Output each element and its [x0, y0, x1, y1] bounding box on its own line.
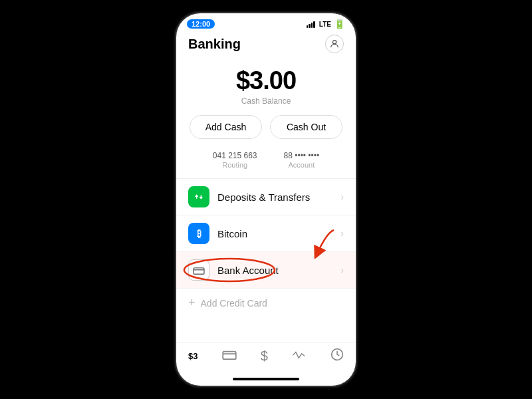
card-nav-icon — [222, 348, 237, 364]
bitcoin-icon: ₿ — [188, 223, 209, 244]
bank-account-icon — [188, 259, 209, 281]
cash-out-button[interactable]: Cash Out — [270, 115, 342, 139]
home-nav-icon: $3 — [188, 351, 198, 361]
balance-label: Cash Balance — [176, 96, 356, 106]
dollar-nav-icon: $ — [261, 348, 268, 364]
add-credit-icon: + — [188, 296, 196, 310]
nav-item-dollar[interactable]: $ — [261, 348, 268, 364]
signal-icon — [307, 21, 315, 28]
phone-frame: 12:00 LTE 🔋 Banking $3.00 Cash Balance — [176, 13, 356, 386]
routing-number: 041 215 663 — [213, 151, 257, 160]
nav-item-clock[interactable] — [331, 348, 344, 364]
activity-nav-icon — [292, 348, 307, 364]
action-buttons: Add Cash Cash Out — [176, 115, 356, 148]
bank-account-chevron-icon: › — [340, 265, 344, 275]
add-credit-card-item[interactable]: + Add Credit Card — [176, 289, 356, 317]
profile-button[interactable] — [325, 35, 344, 53]
lte-label: LTE — [319, 21, 331, 28]
svg-rect-3 — [223, 352, 236, 360]
nav-item-card[interactable] — [222, 348, 237, 364]
status-time: 12:00 — [187, 19, 215, 29]
routing-field: 041 215 663 Routing — [213, 151, 257, 169]
header: Banking — [176, 32, 356, 59]
menu-item-bank-account[interactable]: Bank Account › — [176, 252, 356, 289]
bitcoin-label: Bitcoin — [217, 228, 340, 239]
bottom-nav: $3 $ — [176, 342, 356, 372]
svg-point-0 — [332, 41, 336, 44]
routing-label: Routing — [213, 161, 257, 169]
nav-item-activity[interactable] — [292, 348, 307, 364]
deposits-transfers-label: Deposits & Transfers — [217, 192, 340, 203]
svg-rect-2 — [194, 267, 204, 273]
account-number: 88 •••• •••• — [284, 151, 320, 160]
clock-nav-icon — [331, 348, 344, 364]
balance-amount: $3.00 — [176, 66, 356, 95]
bitcoin-chevron-icon: › — [340, 228, 344, 239]
status-bar: 12:00 LTE 🔋 — [176, 13, 356, 32]
home-indicator — [176, 372, 356, 386]
page-title: Banking — [188, 37, 241, 52]
add-cash-button[interactable]: Add Cash — [190, 115, 262, 139]
account-field: 88 •••• •••• Account — [284, 151, 320, 169]
balance-section: $3.00 Cash Balance — [176, 59, 356, 115]
deposits-icon — [188, 186, 209, 207]
account-label: Account — [284, 161, 320, 169]
account-info: 041 215 663 Routing 88 •••• •••• Account — [176, 148, 356, 178]
nav-item-home[interactable]: $3 — [188, 351, 198, 361]
add-credit-label: Add Credit Card — [201, 298, 267, 309]
status-icons: LTE 🔋 — [307, 19, 345, 29]
menu-item-bitcoin[interactable]: ₿ Bitcoin › — [176, 215, 356, 252]
menu-item-deposits-transfers[interactable]: Deposits & Transfers › — [176, 179, 356, 215]
menu-list: Deposits & Transfers › ₿ Bitcoin › — [176, 179, 356, 342]
deposits-chevron-icon: › — [340, 192, 344, 202]
bank-account-label: Bank Account — [217, 265, 340, 276]
home-bar — [233, 378, 299, 380]
battery-icon: 🔋 — [334, 19, 345, 29]
